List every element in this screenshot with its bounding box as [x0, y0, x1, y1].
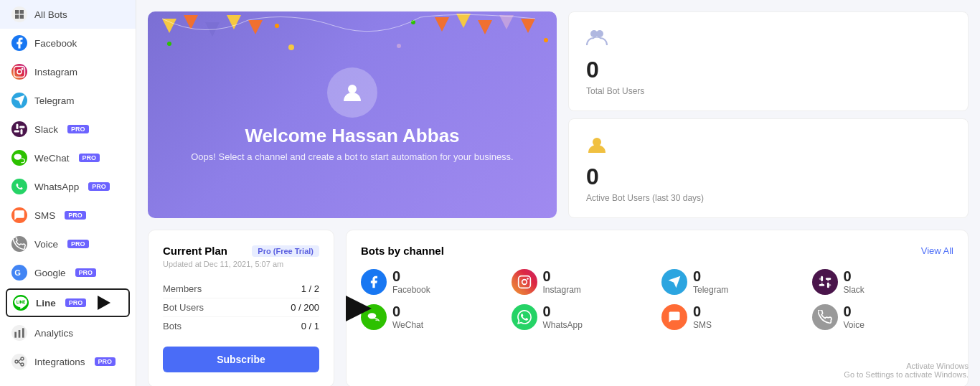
instagram-icon [11, 64, 27, 80]
plan-rows: Members1 / 2Bot Users0 / 200Bots0 / 1 [163, 280, 319, 335]
line-arrow-icon [98, 296, 110, 310]
wechat-pro-badge: PRO [79, 154, 100, 162]
svg-marker-25 [184, 15, 198, 29]
bots-channel-header: Bots by channel View All [361, 245, 953, 257]
sms-name: SMS [693, 320, 712, 330]
svg-point-39 [397, 44, 401, 48]
instagram-count: 0 [543, 268, 581, 285]
sms-count: 0 [693, 303, 712, 320]
analytics-label: Analytics [34, 328, 73, 339]
facebook-name: Facebook [392, 285, 430, 295]
bots-channel-title: Bots by channel [361, 245, 444, 257]
wechat-icon [11, 150, 27, 166]
sms-channel-info: 0SMS [693, 303, 712, 330]
svg-rect-0 [15, 10, 19, 14]
svg-point-45 [522, 279, 527, 284]
sms-pro-badge: PRO [65, 211, 86, 220]
sidebar-item-google[interactable]: GGooglePRO [0, 258, 136, 287]
whatsapp-channel-icon [512, 304, 537, 330]
line-icon [13, 295, 29, 311]
sidebar-item-instagram[interactable]: Instagram [0, 57, 136, 86]
telegram-channel-icon [661, 269, 687, 295]
svg-marker-29 [435, 17, 449, 32]
stats-column: 0 Total Bot Users 0 Active Bot Users (la… [568, 11, 969, 218]
voice-channel-info: 0Voice [844, 303, 864, 330]
svg-point-58 [373, 315, 374, 316]
slack-channel-info: 0Slack [844, 268, 864, 295]
channel-item-slack: 0Slack [812, 268, 954, 295]
sidebar-item-facebook[interactable]: Facebook [0, 29, 136, 57]
channel-item-sms: 0SMS [661, 303, 804, 330]
svg-rect-8 [21, 129, 23, 135]
sidebar-item-telegram[interactable]: Telegram [0, 86, 136, 115]
plan-header: Current Plan Pro (Free Trial) [163, 245, 319, 257]
slack-name: Slack [844, 285, 864, 295]
facebook-count: 0 [392, 268, 430, 285]
channel-item-facebook: 0Facebook [361, 268, 503, 295]
top-row: Welcome Hassan Abbas Oops! Select a chan… [148, 11, 969, 218]
svg-point-38 [288, 44, 294, 50]
svg-point-14 [19, 156, 20, 158]
sidebar-item-all-bots[interactable]: All Bots [0, 0, 136, 29]
telegram-name: Telegram [693, 285, 728, 295]
instagram-label: Instagram [34, 67, 77, 77]
svg-rect-44 [518, 276, 530, 288]
svg-point-36 [411, 20, 415, 24]
sidebar-item-sms[interactable]: SMSPRO [0, 201, 136, 230]
slack-channel-icon [812, 269, 838, 295]
wechat-label: WeChat [34, 153, 70, 164]
svg-point-19 [15, 360, 18, 363]
whatsapp-pro-badge: PRO [88, 182, 110, 191]
voice-count: 0 [844, 303, 864, 320]
slack-icon [11, 121, 27, 137]
svg-rect-3 [20, 15, 24, 19]
svg-rect-9 [19, 126, 25, 128]
svg-point-40 [348, 85, 357, 93]
sidebar-item-whatsapp[interactable]: WhatsAppPRO [0, 172, 136, 201]
facebook-icon [11, 35, 27, 51]
sidebar-item-wechat[interactable]: WeChatPRO [0, 143, 136, 172]
wechat-count: 0 [392, 303, 423, 320]
svg-point-13 [17, 156, 19, 158]
plan-title: Current Plan [163, 245, 227, 257]
sms-label: SMS [34, 210, 55, 221]
slack-pro-badge: PRO [67, 125, 89, 133]
plan-row-label: Bot Users [163, 302, 204, 313]
main-content: Welcome Hassan Abbas Oops! Select a chan… [136, 0, 980, 386]
channel-item-whatsapp: 0WhatsApp [512, 303, 654, 330]
channel-grid: 0Facebook0Instagram0Telegram0Slack0WeCha… [361, 268, 953, 330]
plan-card-wrapper: Current Plan Pro (Free Trial) Updated at… [148, 230, 334, 386]
banner-subtitle: Oops! Select a channel and create a bot … [191, 151, 513, 162]
sidebar-item-integrations[interactable]: IntegrationsPRO [0, 347, 136, 376]
slack-count: 0 [844, 268, 864, 285]
plan-updated: Updated at Dec 11, 2021, 5:07 am [163, 260, 319, 268]
svg-rect-51 [825, 278, 831, 280]
view-all-link[interactable]: View All [921, 245, 953, 256]
plan-badge: Pro (Free Trial) [252, 245, 319, 257]
whatsapp-icon [11, 179, 27, 194]
sidebar-item-slack[interactable]: SlackPRO [0, 115, 136, 143]
svg-marker-24 [162, 19, 176, 33]
sidebar-item-line[interactable]: LinePRO [6, 288, 130, 317]
svg-rect-16 [14, 332, 17, 338]
subscribe-button[interactable]: Subscribe [163, 347, 319, 372]
svg-point-59 [376, 319, 377, 321]
sidebar-item-analytics[interactable]: Analytics [0, 319, 136, 347]
total-bot-users-label: Total Bot Users [586, 86, 951, 96]
svg-point-34 [167, 42, 171, 46]
sidebar-item-voice[interactable]: VoicePRO [0, 230, 136, 258]
svg-line-23 [18, 362, 21, 364]
telegram-count: 0 [693, 268, 728, 285]
svg-marker-31 [478, 20, 492, 34]
instagram-name: Instagram [543, 285, 581, 295]
svg-marker-30 [456, 14, 471, 28]
svg-rect-54 [829, 283, 831, 286]
whatsapp-name: WhatsApp [543, 320, 583, 330]
telegram-channel-info: 0Telegram [693, 268, 728, 295]
voice-pro-badge: PRO [67, 240, 89, 248]
svg-rect-10 [14, 131, 20, 133]
integrations-icon [11, 354, 27, 369]
plan-row-label: Members [163, 283, 202, 294]
telegram-label: Telegram [34, 95, 75, 106]
total-users-icon [586, 27, 951, 52]
